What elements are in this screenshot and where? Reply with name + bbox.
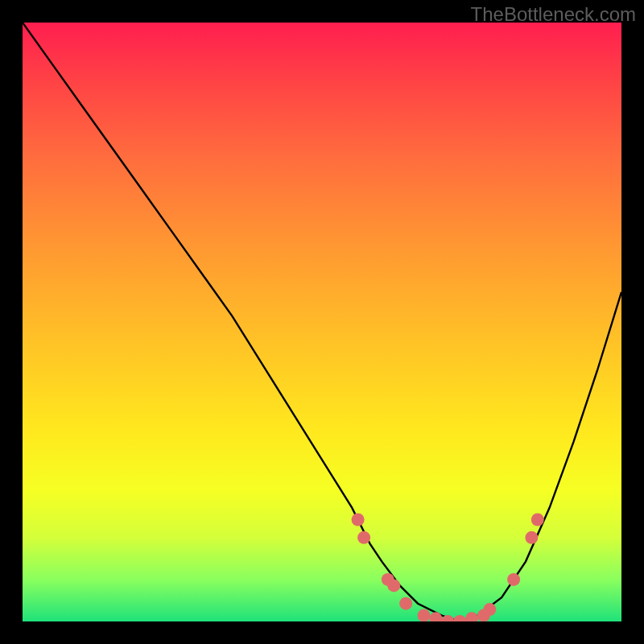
marker-dot [525,531,538,544]
plot-area [23,23,621,621]
marker-dot [507,573,520,586]
chart-frame: TheBottleneck.com [0,0,644,644]
marker-dot [429,612,442,621]
marker-dot [352,514,365,526]
marker-dot [531,514,544,526]
marker-group [352,514,544,622]
marker-dot [387,579,400,592]
marker-dot [418,609,431,621]
watermark-text: TheBottleneck.com [471,3,636,26]
marker-dot [465,612,478,621]
curve-layer [23,23,621,621]
marker-dot [357,531,370,544]
marker-dot [453,615,466,621]
marker-dot [399,597,412,610]
marker-dot [483,603,496,616]
